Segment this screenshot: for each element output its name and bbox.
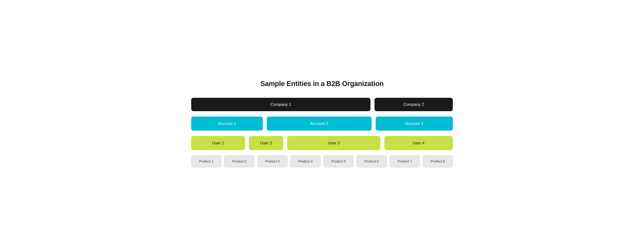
company-1-wrapper: Company 1: [191, 98, 370, 111]
diagram: Company 1 Company 2 Account 1 Account 2 …: [191, 98, 453, 167]
product-4-box: Product 4: [290, 156, 320, 167]
product-6-box: Product 6: [356, 156, 386, 167]
page-title: Sample Entities in a B2B Organization: [191, 80, 453, 88]
companies-row: Company 1 Company 2: [191, 98, 453, 111]
users-row: User 1 User 2 User 3 User 4: [191, 136, 453, 150]
user-1-wrapper: User 1: [191, 136, 245, 150]
company-1-box: Company 1: [191, 98, 370, 111]
product-8-box: Product 8: [423, 156, 453, 167]
user-3-box: User 3: [287, 136, 380, 150]
account-2-box: Account 2: [267, 116, 372, 131]
user-4-wrapper: User 4: [384, 136, 453, 150]
page-container: Sample Entities in a B2B Organization Co…: [191, 80, 453, 167]
product-3-box: Product 3: [258, 156, 288, 167]
user-4-box: User 4: [384, 136, 453, 150]
account-3-box: Account 3: [376, 116, 453, 131]
account-3-wrapper: Account 3: [376, 116, 453, 131]
company-2-wrapper: Company 2: [374, 98, 453, 111]
products-row: Product 1 Product 2 Product 3 Product 4 …: [191, 156, 453, 167]
company-2-box: Company 2: [374, 98, 453, 111]
product-2-box: Product 2: [224, 156, 254, 167]
user-2-box: User 2: [249, 136, 283, 150]
account-1-wrapper: Account 1: [191, 116, 263, 131]
accounts-row: Account 1 Account 2 Account 3: [191, 116, 453, 131]
product-7-box: Product 7: [390, 156, 420, 167]
product-5-box: Product 5: [324, 156, 354, 167]
product-1-box: Product 1: [191, 156, 221, 167]
user-3-wrapper: User 3: [287, 136, 380, 150]
user-1-box: User 1: [191, 136, 245, 150]
user-2-wrapper: User 2: [249, 136, 283, 150]
account-2-wrapper: Account 2: [267, 116, 372, 131]
account-1-box: Account 1: [191, 116, 263, 131]
